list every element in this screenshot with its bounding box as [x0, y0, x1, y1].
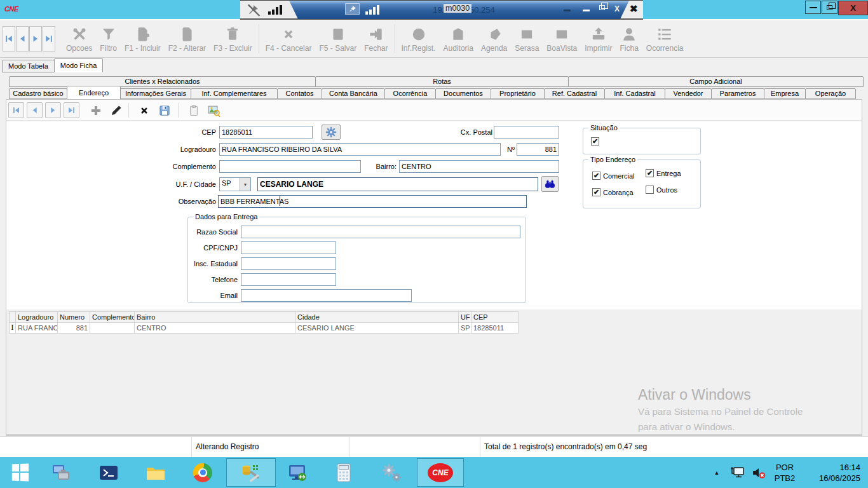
- tab-documentos[interactable]: Documentos: [435, 88, 491, 99]
- record-first-button[interactable]: [8, 102, 24, 118]
- record-add-button[interactable]: [88, 102, 104, 118]
- record-prev-button[interactable]: [27, 102, 43, 118]
- rdp-minimize-button[interactable]: [583, 10, 590, 11]
- razao-social-input[interactable]: [241, 226, 520, 238]
- col-complemento[interactable]: Complemento: [90, 312, 135, 323]
- tab-parametros[interactable]: Parametros: [711, 88, 764, 99]
- col-logradouro[interactable]: Logradouro: [16, 312, 58, 323]
- window-close-button[interactable]: X: [838, 1, 868, 15]
- uf-select[interactable]: SP ▾: [219, 177, 251, 191]
- col-cidade[interactable]: Cidade: [295, 312, 459, 323]
- taskbar-server-manager[interactable]: [46, 458, 78, 487]
- taskbar-powershell[interactable]: [93, 458, 125, 487]
- record-edit-button[interactable]: [108, 102, 124, 118]
- rdp-minimize-dark-icon[interactable]: [564, 10, 571, 11]
- tray-volume-muted[interactable]: [750, 458, 769, 487]
- auditoria-button[interactable]: Auditoria: [440, 24, 477, 53]
- tab-empresa[interactable]: Empresa: [764, 88, 806, 99]
- nav-prev-button[interactable]: [16, 26, 29, 51]
- tab-proprietario[interactable]: Proprietário: [491, 88, 545, 99]
- show-hidden-icons-button[interactable]: ▲: [710, 458, 723, 487]
- tab-inf-cadastral[interactable]: Inf. Cadastral: [604, 88, 665, 99]
- tab-rotas[interactable]: Rotas: [315, 76, 569, 87]
- taskbar-file-explorer[interactable]: [140, 458, 172, 487]
- f1-incluir-button[interactable]: F1 - Incluir: [121, 24, 164, 53]
- nav-last-button[interactable]: [43, 26, 55, 51]
- serasa-button[interactable]: Serasa: [512, 24, 542, 53]
- taskbar-clock[interactable]: 16:14 16/06/2025: [799, 458, 864, 487]
- ocorrencia-button[interactable]: Ocorrencia: [643, 24, 687, 53]
- tab-modo-ficha[interactable]: Modo Ficha: [54, 58, 103, 72]
- cidade-search-button[interactable]: [541, 176, 559, 192]
- f5-salvar-button[interactable]: F5 - Salvar: [316, 24, 360, 53]
- comercial-checkbox[interactable]: ✔: [592, 172, 600, 180]
- cep-input[interactable]: [219, 126, 313, 139]
- complemento-input[interactable]: [219, 160, 361, 173]
- f4-cancelar-button[interactable]: F4 - Cancelar: [262, 24, 315, 53]
- tab-operacao[interactable]: Operação: [805, 88, 856, 99]
- taskbar-db-tools-active[interactable]: [226, 458, 276, 487]
- tab-vendedor[interactable]: Vendedor: [665, 88, 712, 99]
- tab-ocorrencia[interactable]: Ocorrência: [384, 88, 436, 99]
- logradouro-input[interactable]: [219, 143, 501, 156]
- tab-campo-adicional[interactable]: Campo Adicional: [568, 76, 864, 87]
- cpf-cnpj-input[interactable]: [241, 241, 336, 254]
- tab-endereco[interactable]: Endereço: [67, 86, 121, 99]
- record-save-button[interactable]: [156, 102, 172, 118]
- tab-modo-tabela[interactable]: Modo Tabela: [2, 60, 55, 72]
- filtro-button[interactable]: Filtro: [97, 24, 120, 53]
- nav-next-button[interactable]: [29, 26, 42, 51]
- rdp-disconnect-icon[interactable]: ✖: [630, 3, 638, 15]
- col-bairro[interactable]: Bairro: [135, 312, 295, 323]
- f3-excluir-button[interactable]: F3 - Excluir: [210, 24, 255, 53]
- tab-contatos[interactable]: Contatos: [277, 88, 322, 99]
- tray-network[interactable]: [728, 458, 747, 487]
- record-paste-button[interactable]: [186, 102, 201, 118]
- tab-conta-bancaria[interactable]: Conta Bancária: [322, 88, 385, 99]
- col-numero[interactable]: Numero: [58, 312, 90, 323]
- tray-language-indicator[interactable]: POR PTB2: [770, 458, 799, 487]
- f2-alterar-button[interactable]: F2 - Alterar: [165, 24, 209, 53]
- window-minimize-button[interactable]: [805, 1, 821, 14]
- taskbar-services[interactable]: [374, 458, 409, 487]
- bairro-input[interactable]: [399, 160, 559, 173]
- boavista-button[interactable]: BoaVista: [543, 24, 580, 53]
- insc-estadual-input[interactable]: [241, 257, 336, 270]
- table-row[interactable]: I RUA FRANCI 881 CENTRO CESARIO LANGE SP…: [10, 323, 519, 334]
- record-last-button[interactable]: [64, 102, 79, 118]
- taskbar-cne-active[interactable]: CNE: [417, 458, 464, 487]
- outros-checkbox[interactable]: [646, 186, 654, 194]
- situacao-checkbox[interactable]: ✔: [591, 137, 599, 146]
- cobranca-checkbox[interactable]: ✔: [592, 188, 600, 196]
- entrega-checkbox[interactable]: ✔: [646, 169, 654, 177]
- observacao-input[interactable]: [218, 195, 527, 208]
- tab-ref-cadastral[interactable]: Ref. Cadastral: [544, 88, 605, 99]
- record-cancel-button[interactable]: [136, 102, 152, 118]
- col-cep[interactable]: CEP: [471, 312, 519, 323]
- start-button[interactable]: [0, 458, 39, 487]
- imprimir-button[interactable]: Imprimir: [581, 24, 615, 53]
- taskbar-chrome[interactable]: [187, 458, 219, 487]
- col-uf[interactable]: UF: [459, 312, 471, 323]
- email-input[interactable]: [241, 289, 412, 302]
- rdp-unpinned-pin-icon[interactable]: [247, 3, 261, 17]
- tab-cadastro-basico[interactable]: Cadastro básico: [9, 88, 67, 99]
- inf-regist-button[interactable]: Inf.Regist.: [398, 24, 439, 53]
- rdp-pin-button[interactable]: [345, 3, 360, 15]
- taskbar-calculator[interactable]: [327, 458, 361, 487]
- opcoes-button[interactable]: Opcoes: [63, 24, 95, 53]
- taskbar-remote-desktop[interactable]: [281, 458, 314, 487]
- rdp-close-button[interactable]: X: [614, 4, 620, 13]
- agenda-button[interactable]: Agenda: [478, 24, 510, 53]
- cx-postal-input[interactable]: [494, 126, 559, 139]
- window-restore-button[interactable]: [822, 1, 837, 14]
- numero-input[interactable]: [517, 143, 559, 156]
- rdp-restore-button[interactable]: [599, 5, 605, 10]
- tab-inf-complementares[interactable]: Inf. Complementares: [191, 88, 278, 99]
- tab-informacoes-gerais[interactable]: Informações Gerais: [120, 88, 191, 99]
- cep-lookup-button[interactable]: [322, 125, 341, 140]
- telefone-input[interactable]: [241, 273, 336, 286]
- record-image-search-button[interactable]: [206, 102, 222, 118]
- nav-first-button[interactable]: [3, 26, 15, 51]
- cidade-input[interactable]: [257, 177, 538, 191]
